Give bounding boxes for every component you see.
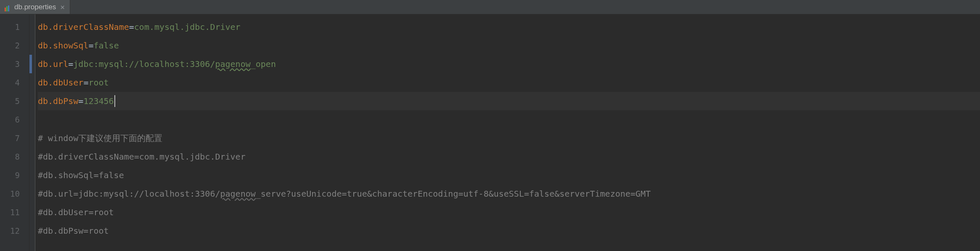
code-token: db.showSql — [38, 36, 88, 55]
line-number[interactable]: 9 — [0, 166, 29, 184]
code-line[interactable]: db.showSql=false — [38, 36, 980, 55]
code-token: = — [88, 36, 93, 55]
code-token: db.dbPsw — [38, 92, 78, 110]
text-caret — [114, 95, 115, 107]
code-token: #db.url=jdbc:mysql://localhost:3306/ — [38, 184, 220, 203]
svg-rect-2 — [8, 5, 9, 11]
code-token: db.driverClassName — [38, 18, 129, 36]
tab-filename: db.properties — [14, 3, 56, 11]
code-token: _serve?useUnicode=true&characterEncoding… — [256, 184, 651, 203]
code-token: root — [88, 73, 109, 92]
code-line[interactable]: #db.dbPsw=root — [38, 222, 980, 240]
vcs-change-marker[interactable] — [29, 55, 32, 73]
line-number[interactable]: 10 — [0, 184, 29, 203]
line-number[interactable]: 1 — [0, 18, 29, 36]
line-number[interactable]: 2 — [0, 36, 29, 55]
code-line[interactable]: #db.driverClassName=com.mysql.jdbc.Drive… — [38, 147, 980, 166]
code-token: = — [68, 55, 73, 73]
line-number-gutter[interactable]: 123456789101112 — [0, 14, 29, 251]
code-token: db.url — [38, 55, 68, 73]
code-token: #db.showSql=false — [38, 166, 124, 184]
svg-rect-1 — [6, 6, 8, 11]
svg-rect-0 — [5, 8, 6, 11]
code-token: pagenow — [215, 55, 250, 73]
code-editor[interactable]: db.driverClassName=com.mysql.jdbc.Driver… — [35, 14, 980, 251]
code-token: db.dbUser — [38, 73, 83, 92]
code-token: pagenow — [220, 184, 255, 203]
change-marker-strip — [29, 14, 35, 251]
line-number[interactable]: 5 — [0, 92, 29, 110]
code-line[interactable] — [38, 110, 980, 129]
line-number[interactable]: 11 — [0, 203, 29, 222]
code-token: 123456 — [83, 92, 114, 110]
line-number[interactable]: 6 — [0, 110, 29, 129]
code-token: = — [83, 73, 88, 92]
code-line[interactable]: db.dbUser=root — [38, 73, 980, 92]
close-icon[interactable]: × — [59, 3, 66, 11]
code-token: #db.driverClassName=com.mysql.jdbc.Drive… — [38, 147, 246, 166]
line-number[interactable]: 12 — [0, 222, 29, 240]
code-line[interactable]: #db.dbUser=root — [38, 203, 980, 222]
code-token: jdbc:mysql://localhost:3306/ — [73, 55, 215, 73]
code-line[interactable]: # window下建议使用下面的配置 — [38, 129, 980, 147]
code-token: = — [78, 92, 83, 110]
code-line[interactable]: #db.url=jdbc:mysql://localhost:3306/page… — [38, 184, 980, 203]
code-line[interactable]: db.driverClassName=com.mysql.jdbc.Driver — [38, 18, 980, 36]
code-line[interactable]: #db.showSql=false — [38, 166, 980, 184]
line-number[interactable]: 4 — [0, 73, 29, 92]
code-token: com.mysql.jdbc.Driver — [134, 18, 241, 36]
editor-area: 123456789101112 db.driverClassName=com.m… — [0, 14, 980, 251]
line-number[interactable]: 3 — [0, 55, 29, 73]
line-number[interactable]: 7 — [0, 129, 29, 147]
code-token: _open — [251, 55, 276, 73]
code-token: false — [93, 36, 119, 55]
properties-file-icon — [4, 4, 11, 11]
code-token: #db.dbPsw=root — [38, 222, 109, 240]
file-tab[interactable]: db.properties × — [0, 0, 70, 14]
code-line[interactable]: db.dbPsw=123456 — [38, 92, 980, 110]
line-number[interactable]: 8 — [0, 147, 29, 166]
tab-bar: db.properties × — [0, 0, 980, 14]
code-token: # window下建议使用下面的配置 — [38, 129, 162, 147]
code-token: #db.dbUser=root — [38, 203, 114, 222]
code-token: = — [129, 18, 134, 36]
code-line[interactable]: db.url=jdbc:mysql://localhost:3306/pagen… — [38, 55, 980, 73]
